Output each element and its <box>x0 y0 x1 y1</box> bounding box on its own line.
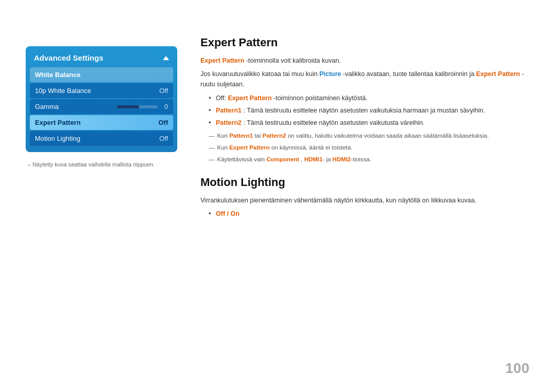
note3-hdmi1: HDMI1 <box>304 156 323 162</box>
note2-text: Kun Expert Pattern on käynnissä, ääntä e… <box>217 143 353 153</box>
expert-pattern-para2: Jos kuvaruutuvalikko katoaa tai muu kuin… <box>200 69 534 90</box>
bullet-pattern1: Pattern1 : Tämä testiruutu esittelee näy… <box>209 105 534 116</box>
note-component: Käytettävissä vain Component , HDMI1- ja… <box>209 155 534 164</box>
motion-lighting-value: Off <box>159 135 168 142</box>
motion-lighting-label: Motion Lighting <box>35 135 80 142</box>
motion-lighting-body: Virrankulutuksen pienentäminen vähentämä… <box>200 195 534 219</box>
note-pattern-select: Kun Pattern1 tai Pattern2 on valittu, ha… <box>209 131 534 141</box>
expert-pattern-para1-text: -toiminnolla voit kalibroida kuvan. <box>246 57 341 64</box>
expert-pattern-title: Expert Pattern <box>200 36 534 49</box>
expert-pattern-label: Expert Pattern <box>35 119 81 126</box>
page-number: 100 <box>505 360 529 377</box>
bullet-off-prefix: Off: <box>216 95 228 102</box>
note3-text: Käytettävissä vain Component , HDMI1- ja… <box>217 155 372 164</box>
menu-item-gamma[interactable]: Gamma 0 <box>30 99 173 114</box>
white-balance-label: White Balance <box>35 71 81 79</box>
menu-item-expert-pattern[interactable]: Expert Pattern Off <box>30 115 173 130</box>
note3-comp: Component <box>266 156 299 162</box>
advanced-settings-box: Advanced Settings White Balance 10p Whit… <box>26 46 177 152</box>
ep-para2-text2: -valikko avataan, tuote tallentaa kalibr… <box>343 70 476 78</box>
motion-lighting-bullets: Off / On <box>209 209 534 219</box>
bullet-off-on-highlight: Off / On <box>216 210 239 217</box>
gamma-track <box>117 105 158 108</box>
gamma-label: Gamma <box>35 103 59 110</box>
expert-pattern-section: Expert Pattern Expert Pattern -toiminnol… <box>200 36 534 164</box>
expert-pattern-body: Expert Pattern -toiminnolla voit kalibro… <box>200 55 534 164</box>
menu-item-white-balance[interactable]: White Balance <box>30 67 173 82</box>
bullet-pattern2: Pattern2 : Tämä testiruutu esittelee näy… <box>209 118 534 128</box>
10p-white-balance-label: 10p White Balance <box>35 87 91 95</box>
note2-ep: Expert Pattern <box>229 144 270 151</box>
10p-white-balance-value: Off <box>159 87 168 95</box>
expert-pattern-bullets: Off: Expert Pattern -toiminnon poistamin… <box>209 93 534 128</box>
menu-item-10p-white-balance[interactable]: 10p White Balance Off <box>30 83 173 98</box>
footnote-text: – Näytetty kuva saattaa vaihdella mallis… <box>28 161 155 167</box>
bullet-pattern1-suffix: : Tämä testiruutu esittelee näytön asetu… <box>244 107 485 114</box>
bullet-off-on: Off / On <box>209 209 534 219</box>
expert-pattern-para1: Expert Pattern -toiminnolla voit kalibro… <box>200 55 534 66</box>
expert-pattern-highlight1: Expert Pattern <box>200 57 244 64</box>
bullet-off-highlight: Expert Pattern <box>228 95 271 102</box>
right-panel: Expert Pattern Expert Pattern -toiminnol… <box>200 36 534 230</box>
note1-text: Kun Pattern1 tai Pattern2 on valittu, ha… <box>217 131 489 141</box>
footnote: – Näytetty kuva saattaa vaihdella mallis… <box>26 161 177 167</box>
ep-para2-highlight: Expert Pattern <box>476 70 520 78</box>
advanced-settings-label: Advanced Settings <box>34 53 103 62</box>
menu-item-motion-lighting[interactable]: Motion Lighting Off <box>30 131 173 146</box>
motion-lighting-description: Virrankulutuksen pienentäminen vähentämä… <box>200 195 534 206</box>
bullet-pattern1-highlight: Pattern1 <box>216 107 242 114</box>
expert-pattern-value: Off <box>158 119 168 126</box>
note-expert-sound: Kun Expert Pattern on käynnissä, ääntä e… <box>209 143 534 153</box>
bullet-off-suffix: -toiminnon poistaminen käytöstä. <box>273 95 367 102</box>
left-panel: Advanced Settings White Balance 10p Whit… <box>26 46 177 167</box>
gamma-fill <box>117 105 139 108</box>
gamma-value: 0 <box>161 103 168 110</box>
motion-lighting-section: Motion Lighting Virrankulutuksen pienent… <box>200 176 534 219</box>
bullet-pattern2-highlight: Pattern2 <box>216 119 242 126</box>
note1-p2: Pattern2 <box>263 133 286 139</box>
ep-para2-text1: Jos kuvaruutuvalikko katoaa tai muu kuin <box>200 70 319 78</box>
bullet-pattern2-suffix: : Tämä testiruutu esittelee näytön asetu… <box>244 119 425 126</box>
bullet-off: Off: Expert Pattern -toiminnon poistamin… <box>209 93 534 103</box>
chevron-up-icon <box>163 56 169 60</box>
advanced-settings-title: Advanced Settings <box>30 51 173 66</box>
gamma-slider-area: 0 <box>117 103 168 110</box>
motion-lighting-title: Motion Lighting <box>200 176 534 189</box>
ep-para2-picture: Picture <box>319 70 341 78</box>
note1-p1: Pattern1 <box>229 133 253 139</box>
note3-hdmi2: HDMI2 <box>332 156 351 162</box>
